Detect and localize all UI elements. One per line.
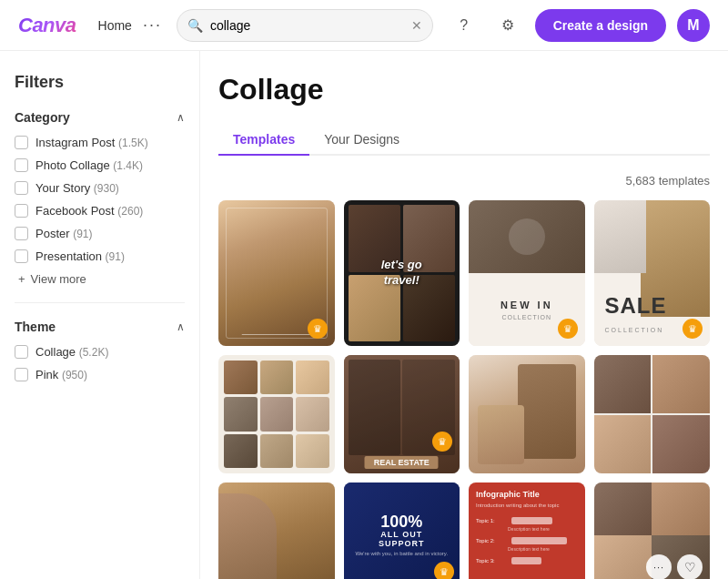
new-in-text: NEW IN: [500, 300, 553, 310]
travel-text: let's go travel!: [372, 258, 430, 289]
template-card[interactable]: ♛: [218, 200, 335, 346]
template-card[interactable]: 100% ALL OUT SUPPORT We're with you, in …: [344, 482, 460, 579]
category-filters: Instagram Post (1.5K) Photo Collage (1.4…: [15, 136, 185, 263]
filter-photo-collage[interactable]: Photo Collage (1.4K): [15, 158, 185, 172]
filter-facebook-post[interactable]: Facebook Post (260): [15, 204, 185, 218]
content-area: Collage Templates Your Designs 5,683 tem…: [200, 51, 728, 579]
plus-icon: +: [18, 272, 25, 286]
category-section-header: Category ∧: [15, 110, 185, 125]
nav-more[interactable]: ···: [143, 15, 162, 35]
view-more-button[interactable]: + View more: [18, 272, 185, 286]
template-card[interactable]: [594, 355, 711, 473]
filter-checkbox[interactable]: [15, 345, 28, 359]
filter-label: Poster (91): [35, 227, 93, 240]
template-card[interactable]: REAL ESTATE ♛: [344, 355, 460, 473]
filter-instagram-post[interactable]: Instagram Post (1.5K): [15, 136, 185, 149]
template-card[interactable]: let's go travel!: [344, 200, 460, 346]
template-card[interactable]: NEW IN COLLECTION ♛: [469, 200, 585, 346]
filter-label: Presentation (91): [35, 249, 125, 263]
avatar[interactable]: M: [677, 9, 710, 42]
filter-checkbox[interactable]: [15, 249, 28, 263]
filter-checkbox[interactable]: [15, 136, 28, 149]
tabs: Templates Your Designs: [218, 125, 710, 156]
template-card[interactable]: [218, 482, 335, 579]
real-estate-text: REAL ESTATE: [365, 456, 439, 469]
settings-button[interactable]: ⚙: [491, 9, 524, 42]
template-grid: ♛ let's go travel!: [218, 200, 710, 579]
filter-label: Photo Collage (1.4K): [35, 158, 143, 172]
theme-chevron-icon[interactable]: ∧: [177, 320, 185, 333]
infographic-title: Infographic Title: [476, 490, 578, 499]
filter-pink-theme[interactable]: Pink (950): [15, 368, 185, 381]
filter-checkbox[interactable]: [15, 204, 28, 218]
template-card[interactable]: [218, 355, 335, 473]
filter-poster[interactable]: Poster (91): [15, 227, 185, 240]
create-design-button[interactable]: Create a design: [535, 9, 666, 42]
filter-collage-theme[interactable]: Collage (5.2K): [15, 345, 185, 359]
search-container: 🔍 ✕: [177, 9, 433, 42]
template-card[interactable]: SALE COLLECTION ♛: [594, 200, 711, 346]
results-count: 5,683 templates: [218, 174, 710, 188]
filter-label: Pink (950): [35, 368, 87, 381]
page-title: Collage: [218, 73, 710, 107]
more-options-button[interactable]: ···: [646, 554, 672, 579]
support-sub: We're with you, in battle and in victory…: [346, 551, 457, 556]
search-input[interactable]: [177, 9, 433, 42]
crown-badge: ♛: [682, 319, 703, 339]
main-container: Filters Category ∧ Instagram Post (1.5K)…: [0, 51, 728, 579]
support-pct: 100%: [346, 513, 457, 530]
category-title: Category: [15, 110, 70, 125]
filter-checkbox[interactable]: [15, 368, 28, 381]
filters-title: Filters: [15, 73, 185, 92]
filter-checkbox[interactable]: [15, 158, 28, 172]
header: Canva Home ··· 🔍 ✕ ? ⚙ Create a design M: [0, 0, 728, 51]
nav-home[interactable]: Home: [98, 18, 132, 33]
crown-badge: ♛: [558, 319, 578, 339]
filter-your-story[interactable]: Your Story (930): [15, 181, 185, 195]
heart-button[interactable]: ♡: [677, 554, 703, 579]
filter-label: Collage (5.2K): [35, 345, 108, 359]
sidebar: Filters Category ∧ Instagram Post (1.5K)…: [0, 51, 200, 579]
support-line1: ALL OUT: [346, 530, 457, 539]
help-button[interactable]: ?: [448, 9, 480, 42]
tab-your-designs[interactable]: Your Designs: [309, 125, 414, 156]
tab-templates[interactable]: Templates: [218, 125, 309, 156]
filter-presentation[interactable]: Presentation (91): [15, 249, 185, 263]
filter-label: Your Story (930): [35, 181, 119, 195]
support-line2: SUPPORT: [346, 539, 457, 548]
search-icon: 🔍: [187, 18, 203, 33]
filter-checkbox[interactable]: [15, 181, 28, 195]
category-chevron-icon[interactable]: ∧: [177, 111, 185, 124]
theme-title: Theme: [15, 320, 56, 334]
filter-checkbox[interactable]: [15, 227, 28, 240]
crown-badge: ♛: [308, 319, 328, 339]
header-actions: ? ⚙ Create a design M: [448, 9, 710, 42]
theme-section-header: Theme ∧: [15, 320, 185, 334]
sale-text: SALE: [605, 293, 667, 319]
divider: [15, 302, 185, 303]
canva-logo: Canva: [18, 14, 76, 37]
search-clear-icon[interactable]: ✕: [411, 18, 422, 33]
template-card[interactable]: ♡ ···: [594, 482, 711, 579]
crown-badge: ♛: [432, 432, 452, 452]
header-nav: Home ···: [98, 15, 162, 35]
filter-label: Instagram Post (1.5K): [35, 136, 148, 149]
template-card[interactable]: [469, 355, 585, 473]
crown-badge: ♛: [434, 562, 454, 579]
theme-filters: Collage (5.2K) Pink (950): [15, 345, 185, 381]
filter-label: Facebook Post (260): [35, 204, 143, 218]
template-card[interactable]: Infographic Title Introduction writing a…: [469, 482, 585, 579]
